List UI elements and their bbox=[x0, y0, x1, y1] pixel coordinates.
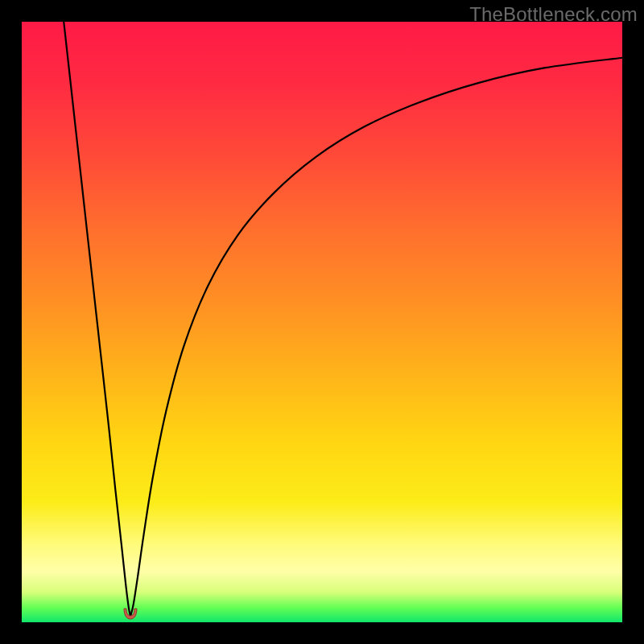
plot-area bbox=[22, 22, 622, 622]
minimum-marker-icon bbox=[122, 607, 139, 621]
curve-left-branch bbox=[64, 22, 130, 617]
curve-right-branch bbox=[130, 58, 622, 617]
watermark-label: TheBottleneck.com bbox=[469, 3, 638, 26]
chart-frame: TheBottleneck.com bbox=[0, 0, 644, 644]
bottleneck-curve bbox=[22, 22, 622, 622]
